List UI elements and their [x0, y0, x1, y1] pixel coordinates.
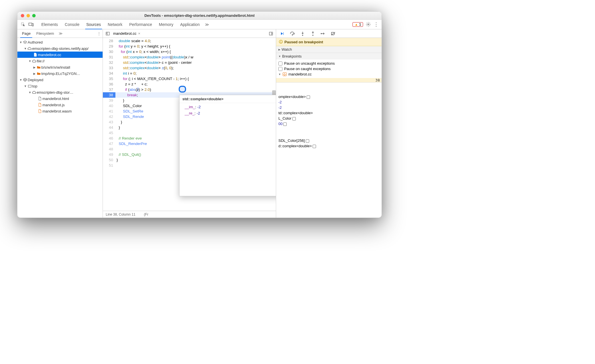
close-tab-icon[interactable]: × — [138, 31, 140, 36]
editor-tab-mandelbrot[interactable]: mandelbrot.cc× — [111, 31, 142, 36]
code-line[interactable]: for (; i < MAX_ITER_COUNT - 1; i++) { — [115, 76, 276, 81]
tab-performance[interactable]: Performance — [126, 20, 155, 29]
code-line[interactable]: double scale = 4.0; — [115, 38, 276, 44]
toggle-navigator-icon[interactable] — [105, 32, 111, 36]
line-number[interactable]: 47 — [103, 141, 115, 146]
tree-top[interactable]: ▼top — [17, 83, 103, 89]
line-number[interactable]: 42 — [103, 114, 115, 119]
code-line[interactable]: int i = 0; — [115, 71, 276, 76]
line-number[interactable]: 50 — [103, 157, 115, 163]
tooltip-type: std::complex<double> — [180, 95, 276, 103]
tab-sources[interactable]: Sources — [83, 20, 104, 29]
line-number[interactable]: 34 — [103, 71, 115, 76]
pause-uncaught-checkbox[interactable]: Pause on uncaught exceptions — [278, 61, 379, 66]
line-number[interactable]: 51 — [103, 163, 115, 168]
tree-file-js[interactable]: mandelbrot.js — [17, 102, 103, 108]
more-icon[interactable]: ⋮ — [374, 21, 379, 28]
nav-tab-page[interactable]: Page — [19, 29, 33, 38]
line-number[interactable]: 40 — [103, 103, 115, 109]
line-number[interactable]: 37 — [103, 87, 115, 92]
code-line[interactable]: for (int y = 0; y < height; y++) { — [115, 44, 276, 49]
object-preview-icon[interactable] — [313, 145, 316, 148]
object-preview-icon[interactable] — [292, 117, 296, 120]
tab-application[interactable]: Application — [177, 20, 203, 29]
close-window[interactable] — [21, 14, 24, 17]
device-toggle-icon[interactable] — [27, 21, 35, 28]
line-number[interactable]: 39 — [103, 98, 115, 103]
code-line[interactable]: if (abs(z) > 2.0) — [115, 87, 276, 92]
line-number[interactable]: 46 — [103, 136, 115, 141]
svg-rect-1 — [29, 23, 32, 25]
tab-network[interactable]: Network — [104, 20, 126, 29]
code-line[interactable]: for (int x = 0; x < width; x++) { — [115, 49, 276, 54]
titlebar: DevTools - emscripten-dbg-stories.netlif… — [17, 12, 382, 20]
code-line[interactable]: z = z * + c; — [115, 81, 276, 87]
tree-file-mandelbrot-cc[interactable]: mandelbrot.cc — [17, 52, 103, 58]
object-preview-icon[interactable] — [306, 139, 309, 143]
line-number[interactable]: 38 — [103, 92, 115, 98]
code-line[interactable]: std::complex<double> z(0, 0); — [115, 65, 276, 71]
pause-caught-checkbox[interactable]: Pause on caught exceptions — [278, 66, 379, 71]
tree-file-scheme[interactable]: ▼file:// — [17, 58, 103, 64]
code-view[interactable]: 2829303132333435363738394041424344454647… — [103, 38, 276, 211]
resume-icon[interactable] — [279, 32, 285, 36]
step-into-icon[interactable] — [299, 31, 306, 36]
code-line[interactable]: std::complex<double> c = (point - center — [115, 60, 276, 65]
tree-cloud-deployed[interactable]: ▼emscripten-dbg-stor… — [17, 89, 103, 95]
nav-tabs-overflow-icon[interactable]: ≫ — [57, 31, 64, 36]
tabs-overflow-icon[interactable]: ≫ — [203, 22, 211, 27]
object-preview-icon[interactable] — [307, 95, 310, 99]
tab-console[interactable]: Console — [61, 20, 83, 29]
tree-file-wasm[interactable]: mandelbrot.wasm — [17, 108, 103, 114]
zoom-window[interactable] — [32, 14, 36, 17]
step-over-icon[interactable] — [289, 32, 296, 36]
object-preview-icon[interactable] — [283, 122, 287, 126]
breakpoints-section: ▼Breakpoints Pause on uncaught exception… — [276, 53, 382, 83]
line-number[interactable]: 43 — [103, 119, 115, 125]
tree-cloud-origin[interactable]: ▼emscripten-dbg-stories.netlify.app/ — [17, 45, 103, 52]
line-number[interactable]: 49 — [103, 152, 115, 157]
tree-folder-install[interactable]: ▶b/s/w/ir/x/w/install — [17, 64, 103, 70]
line-number[interactable]: 48 — [103, 146, 115, 152]
tree-deployed[interactable]: ▼Deployed — [17, 77, 103, 83]
line-number[interactable]: 28 — [103, 38, 115, 44]
code-line[interactable]: std::complex<double> point((double)x / w — [115, 54, 276, 60]
tree-folder-tmp[interactable]: ▶tmp/tmp.ELcTq2YGN… — [17, 70, 103, 77]
deactivate-breakpoints-icon[interactable] — [330, 32, 337, 36]
line-number[interactable]: 30 — [103, 49, 115, 54]
line-number[interactable]: 33 — [103, 65, 115, 71]
step-icon[interactable] — [320, 32, 326, 35]
tab-memory[interactable]: Memory — [156, 20, 177, 29]
tab-elements[interactable]: Elements — [38, 20, 61, 29]
coverage-status: (Fr — [144, 212, 148, 216]
step-out-icon[interactable] — [310, 31, 316, 36]
toggle-debugger-icon[interactable] — [268, 32, 274, 36]
main-toolbar: Elements Console Sources Network Perform… — [17, 20, 382, 29]
nav-tab-filesystem[interactable]: Filesystem — [33, 29, 57, 38]
breakpoint-file[interactable]: ▼◇mandelbrot.cc — [278, 71, 379, 77]
warnings-badge[interactable]: ▲1 — [352, 22, 363, 27]
editor-statusbar: Line 38, Column 11 (Fr — [103, 211, 276, 218]
line-number[interactable]: 35 — [103, 76, 115, 81]
file-tree: ▼Authored ▼emscripten-dbg-stories.netlif… — [17, 38, 103, 114]
breakpoint-line-badge[interactable]: 38 — [276, 78, 382, 82]
line-number[interactable]: 45 — [103, 130, 115, 136]
line-number[interactable]: 41 — [103, 109, 115, 114]
paused-banner: ⓘPaused on breakpoint — [276, 38, 382, 46]
line-number[interactable]: 29 — [103, 44, 115, 49]
line-number[interactable]: 31 — [103, 54, 115, 60]
line-number[interactable]: 32 — [103, 60, 115, 65]
devtools-window: DevTools - emscripten-dbg-stories.netlif… — [17, 11, 382, 218]
tree-authored[interactable]: ▼Authored — [17, 39, 103, 45]
tree-file-html[interactable]: mandelbrot.html — [17, 95, 103, 102]
minimize-window[interactable] — [27, 14, 30, 17]
line-number[interactable]: 36 — [103, 81, 115, 87]
inspect-icon[interactable] — [19, 21, 27, 28]
nav-more-icon[interactable]: ⋮ — [97, 31, 101, 36]
watch-section[interactable]: ▶Watch — [276, 46, 382, 53]
line-number[interactable]: 44 — [103, 125, 115, 130]
settings-icon[interactable] — [366, 22, 371, 27]
traffic-lights — [21, 14, 36, 17]
svg-point-8 — [292, 34, 293, 35]
breakpoints-header[interactable]: ▼Breakpoints — [276, 53, 382, 60]
